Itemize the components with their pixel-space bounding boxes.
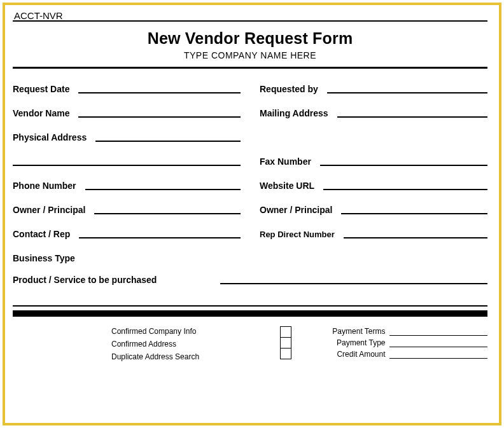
rep-direct-number-label: Rep Direct Number bbox=[260, 230, 344, 240]
payment-terms-line[interactable] bbox=[389, 335, 488, 336]
fax-number-label: Fax Number bbox=[260, 156, 320, 168]
product-service-field: Product / Service to be purchased bbox=[13, 275, 487, 286]
request-date-label: Request Date bbox=[13, 84, 78, 95]
check-boxes bbox=[280, 327, 294, 359]
payment-type-field: Payment Type bbox=[319, 338, 488, 347]
credit-amount-label: Credit Amount bbox=[319, 350, 389, 359]
confirm-labels: Confirmed Company Info Confirmed Address… bbox=[111, 327, 280, 361]
credit-amount-line[interactable] bbox=[389, 358, 488, 359]
owner-principal-1-line[interactable] bbox=[94, 213, 241, 214]
confirmed-address-label: Confirmed Address bbox=[111, 340, 280, 349]
fields-grid: Request Date Requested by Vendor Name Ma… bbox=[13, 78, 487, 286]
requested-by-field: Requested by bbox=[260, 78, 487, 95]
rep-direct-number-line[interactable] bbox=[344, 237, 487, 238]
owner-principal-2-field: Owner / Principal bbox=[260, 198, 487, 216]
business-type-field: Business Type bbox=[13, 247, 241, 265]
owner-principal-1-label: Owner / Principal bbox=[13, 205, 94, 216]
owner-principal-2-line[interactable] bbox=[341, 213, 487, 214]
website-url-label: Website URL bbox=[260, 181, 323, 192]
confirmed-address-checkbox[interactable] bbox=[280, 337, 291, 349]
vendor-name-label: Vendor Name bbox=[13, 108, 78, 120]
requested-by-line[interactable] bbox=[327, 92, 487, 93]
mailing-address-label: Mailing Address bbox=[260, 108, 337, 120]
vendor-name-line[interactable] bbox=[78, 116, 241, 118]
vendor-name-field: Vendor Name bbox=[13, 102, 241, 120]
company-name-placeholder[interactable]: TYPE COMPANY NAME HERE bbox=[13, 50, 487, 60]
spacer bbox=[260, 247, 487, 265]
phone-number-field: Phone Number bbox=[13, 174, 241, 192]
physical-address-line-2[interactable] bbox=[13, 165, 241, 166]
spacer bbox=[260, 126, 487, 144]
duplicate-address-search-label: Duplicate Address Search bbox=[111, 352, 280, 361]
physical-address-line[interactable] bbox=[95, 141, 241, 142]
rep-direct-number-field: Rep Direct Number bbox=[260, 223, 487, 240]
bottom-row: Confirmed Company Info Confirmed Address… bbox=[13, 327, 487, 361]
title-block: New Vendor Request Form TYPE COMPANY NAM… bbox=[13, 25, 487, 66]
payment-fields: Payment Terms Payment Type Credit Amount bbox=[319, 327, 488, 359]
contact-rep-field: Contact / Rep bbox=[13, 223, 241, 240]
mailing-address-field: Mailing Address bbox=[260, 102, 487, 120]
contact-rep-label: Contact / Rep bbox=[13, 229, 79, 240]
physical-address-field-2 bbox=[13, 150, 241, 168]
owner-principal-1-field: Owner / Principal bbox=[13, 198, 241, 216]
form-title: New Vendor Request Form bbox=[13, 29, 487, 48]
website-url-line[interactable] bbox=[323, 189, 487, 190]
physical-address-field: Physical Address bbox=[13, 126, 241, 144]
form-id-row: ACCT-NVR bbox=[13, 10, 487, 22]
product-service-label: Product / Service to be purchased bbox=[13, 275, 220, 286]
contact-rep-line[interactable] bbox=[79, 237, 241, 238]
header-divider bbox=[13, 67, 487, 69]
physical-address-label: Physical Address bbox=[13, 132, 95, 144]
phone-number-line[interactable] bbox=[85, 189, 241, 190]
section-bar bbox=[13, 310, 487, 317]
payment-terms-label: Payment Terms bbox=[319, 327, 389, 336]
requested-by-label: Requested by bbox=[260, 84, 327, 95]
confirmed-company-info-label: Confirmed Company Info bbox=[111, 327, 280, 336]
product-service-line[interactable] bbox=[220, 283, 487, 284]
duplicate-address-search-checkbox[interactable] bbox=[280, 348, 291, 359]
payment-type-label: Payment Type bbox=[319, 338, 389, 347]
mid-divider bbox=[13, 305, 487, 307]
website-url-field: Website URL bbox=[260, 174, 487, 192]
confirmed-company-info-checkbox[interactable] bbox=[280, 326, 291, 338]
business-type-label: Business Type bbox=[13, 253, 84, 265]
request-date-line[interactable] bbox=[78, 92, 241, 93]
fax-number-field: Fax Number bbox=[260, 150, 487, 168]
phone-number-label: Phone Number bbox=[13, 181, 85, 192]
payment-terms-field: Payment Terms bbox=[319, 327, 488, 336]
request-date-field: Request Date bbox=[13, 78, 241, 95]
payment-type-line[interactable] bbox=[389, 347, 488, 347]
mailing-address-line[interactable] bbox=[337, 116, 487, 118]
owner-principal-2-label: Owner / Principal bbox=[260, 205, 341, 216]
form-frame: ACCT-NVR New Vendor Request Form TYPE CO… bbox=[3, 3, 501, 425]
credit-amount-field: Credit Amount bbox=[319, 350, 488, 359]
fax-number-line[interactable] bbox=[320, 165, 487, 166]
form-id: ACCT-NVR bbox=[13, 10, 82, 22]
